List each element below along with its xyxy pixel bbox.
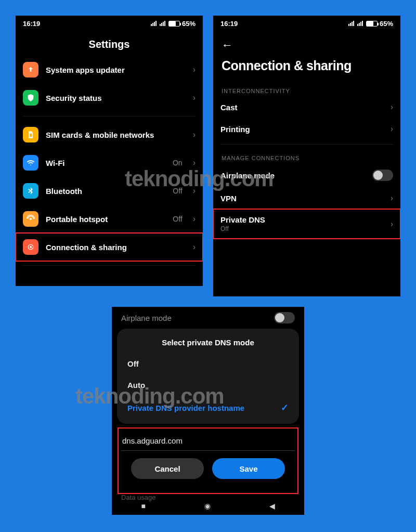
dns-option-hostname[interactable]: Private DNS provider hostname ✓: [126, 396, 290, 420]
dns-hostname-input-wrap: [117, 428, 299, 451]
row-airplane-mode[interactable]: Airplane mode: [213, 163, 400, 187]
row-value: Off: [173, 187, 182, 195]
row-sub-label: Off: [220, 225, 383, 232]
chevron-right-icon: ›: [193, 130, 196, 139]
row-label: Airplane mode: [220, 171, 365, 180]
settings-row-wifi[interactable]: Wi-Fi On ›: [16, 149, 203, 177]
home-icon[interactable]: ◉: [204, 502, 211, 510]
shield-icon: [23, 90, 38, 106]
back-icon[interactable]: ◀: [269, 502, 275, 510]
chevron-right-icon: ›: [391, 102, 393, 112]
status-bar: 16:19 65%: [213, 16, 400, 31]
battery-icon: [168, 21, 180, 27]
row-printing[interactable]: Printing ›: [213, 118, 400, 140]
settings-row-connection-sharing[interactable]: Connection & sharing ›: [16, 233, 203, 261]
status-right: 65%: [348, 20, 393, 28]
option-label: Auto: [127, 381, 145, 390]
chevron-right-icon: ›: [193, 93, 196, 102]
share-icon: [23, 239, 38, 255]
row-label: Cast: [220, 103, 383, 112]
settings-row-bluetooth[interactable]: Bluetooth Off ›: [16, 177, 203, 205]
android-nav-bar: ■ ◉ ◀: [112, 497, 304, 515]
recent-apps-icon[interactable]: ■: [141, 502, 145, 510]
toggle-off[interactable]: [372, 170, 393, 181]
settings-row-security-status[interactable]: Security status ›: [16, 84, 203, 112]
divider: [220, 144, 393, 145]
svg-point-2: [30, 246, 32, 248]
status-bar: 16:19 65%: [16, 16, 203, 31]
signal-icon: [151, 21, 157, 26]
row-label: Printing: [220, 125, 383, 134]
sim-icon: [23, 127, 38, 142]
connection-sharing-screen: 16:19 65% ← Connection & sharing INTERCO…: [213, 16, 400, 296]
battery-pct: 65%: [182, 20, 196, 28]
clock: 16:19: [23, 20, 40, 28]
cancel-button[interactable]: Cancel: [131, 458, 204, 479]
option-label: Private DNS provider hostname: [127, 404, 244, 412]
back-button[interactable]: ←: [213, 31, 400, 53]
dns-hostname-input[interactable]: [121, 433, 295, 451]
wifi-icon: [23, 155, 38, 171]
row-label: Private DNS: [220, 215, 383, 224]
row-label: SIM cards & mobile networks: [46, 131, 186, 139]
row-private-dns[interactable]: Private DNS Off ›: [213, 209, 400, 239]
chevron-right-icon: ›: [193, 65, 196, 74]
chevron-right-icon: ›: [391, 219, 393, 229]
svg-rect-0: [30, 134, 32, 137]
save-button[interactable]: Save: [212, 458, 285, 479]
chevron-right-icon: ›: [193, 186, 196, 196]
row-label: Security status: [46, 94, 186, 102]
clock: 16:19: [220, 20, 238, 28]
row-label: Wi-Fi: [46, 159, 165, 167]
settings-screen: 16:19 65% Settings System apps updater ›…: [16, 16, 203, 286]
chevron-right-icon: ›: [193, 242, 196, 252]
row-label: Airplane mode: [121, 314, 172, 322]
dimmed-airplane-row: Airplane mode: [112, 307, 304, 327]
row-label: Portable hotspot: [46, 215, 165, 224]
hotspot-icon: [23, 211, 38, 227]
row-label: Connection & sharing: [46, 243, 186, 252]
settings-row-system-apps-updater[interactable]: System apps updater ›: [16, 56, 203, 84]
battery-icon: [366, 21, 378, 27]
chevron-right-icon: ›: [193, 214, 196, 224]
dns-option-off[interactable]: Off: [126, 353, 290, 374]
divider: [23, 265, 196, 266]
row-value: On: [173, 159, 183, 167]
row-value: Off: [173, 215, 182, 223]
check-icon: ✓: [281, 402, 289, 413]
chevron-right-icon: ›: [193, 158, 196, 167]
dns-option-auto[interactable]: Auto: [126, 374, 290, 396]
dialog-buttons: Cancel Save: [117, 458, 299, 479]
page-title: Settings: [16, 31, 203, 56]
chevron-right-icon: ›: [391, 193, 393, 203]
signal-icon: [160, 21, 165, 26]
sheet-title: Select private DNS mode: [126, 336, 290, 353]
signal-icon: [357, 21, 363, 26]
divider: [23, 116, 196, 116]
dns-mode-sheet: Select private DNS mode Off Auto Private…: [117, 329, 299, 424]
chevron-right-icon: ›: [391, 124, 393, 134]
row-vpn[interactable]: VPN ›: [213, 187, 400, 209]
private-dns-dialog-screen: Airplane mode Select private DNS mode Of…: [112, 307, 304, 515]
section-label: MANAGE CONNECTIONS: [213, 149, 400, 163]
arrow-up-icon: [23, 62, 38, 77]
status-right: 65%: [151, 20, 196, 28]
section-label: INTERCONNECTIVITY: [213, 82, 400, 96]
row-label: Bluetooth: [46, 187, 165, 196]
page-title: Connection & sharing: [213, 53, 400, 82]
row-label: VPN: [220, 194, 383, 203]
battery-pct: 65%: [380, 20, 393, 28]
svg-point-1: [30, 218, 32, 220]
bluetooth-icon: [23, 183, 38, 199]
row-cast[interactable]: Cast ›: [213, 96, 400, 118]
arrow-left-icon: ←: [222, 38, 233, 51]
settings-row-hotspot[interactable]: Portable hotspot Off ›: [16, 205, 203, 233]
settings-row-sim[interactable]: SIM cards & mobile networks ›: [16, 121, 203, 149]
option-label: Off: [127, 359, 139, 368]
toggle-off: [274, 312, 295, 323]
signal-icon: [348, 21, 354, 26]
row-label: System apps updater: [46, 66, 186, 74]
